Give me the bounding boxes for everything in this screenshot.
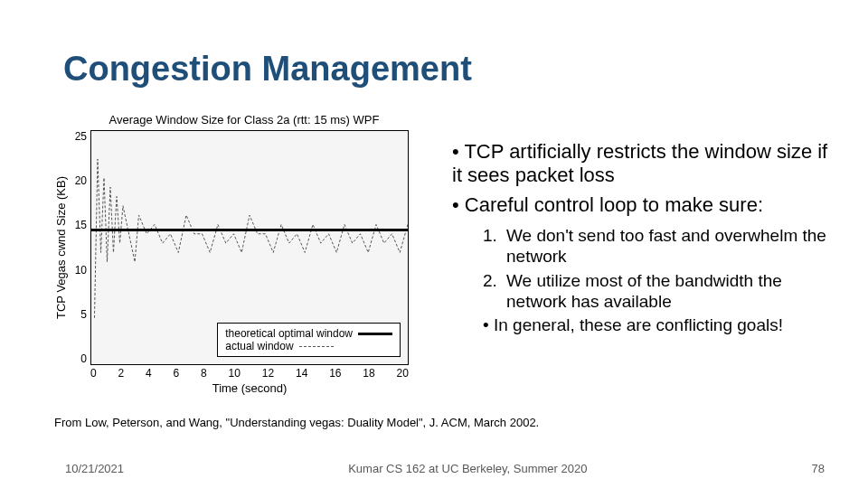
footer-page: 78 bbox=[812, 462, 825, 475]
y-ticks: 25 20 15 10 5 0 bbox=[71, 130, 90, 365]
bullet-content: TCP artificially restricts the window si… bbox=[452, 140, 841, 336]
plot-area: theoretical optimal window actual window bbox=[90, 130, 409, 365]
bullet-1: TCP artificially restricts the window si… bbox=[452, 140, 841, 188]
x-ticks: 02468101214161820 bbox=[90, 367, 409, 380]
solid-swatch-icon bbox=[358, 333, 392, 335]
legend: theoretical optimal window actual window bbox=[217, 323, 401, 357]
footer-date: 10/21/2021 bbox=[65, 462, 124, 475]
chart: Average Window Size for Class 2a (rtt: 1… bbox=[54, 113, 434, 411]
sub-1: 1.We don't send too fast and overwhelm t… bbox=[483, 226, 841, 267]
legend-label: theoretical optimal window bbox=[225, 327, 353, 340]
chart-caption: From Low, Peterson, and Wang, "Understan… bbox=[54, 416, 539, 429]
x-axis-label: Time (second) bbox=[90, 381, 409, 395]
footer-center: Kumar CS 162 at UC Berkeley, Summer 2020 bbox=[348, 462, 587, 475]
page-title: Congestion Management bbox=[63, 50, 472, 89]
sub-2: 2.We utilize most of the bandwidth the n… bbox=[483, 271, 841, 313]
optimal-window-line bbox=[91, 229, 408, 231]
slide: Congestion Management Average Window Siz… bbox=[0, 0, 868, 488]
bullet-2: Careful control loop to make sure: bbox=[452, 193, 841, 217]
y-axis-label: TCP Vegas cwnd Size (KB) bbox=[54, 130, 69, 365]
chart-title: Average Window Size for Class 2a (rtt: 1… bbox=[54, 113, 434, 127]
dashed-swatch-icon bbox=[299, 346, 334, 347]
footer: 10/21/2021 Kumar CS 162 at UC Berkeley, … bbox=[0, 462, 868, 475]
legend-label: actual window bbox=[225, 340, 293, 352]
sub-3: In general, these are conflicting goals! bbox=[483, 315, 841, 336]
